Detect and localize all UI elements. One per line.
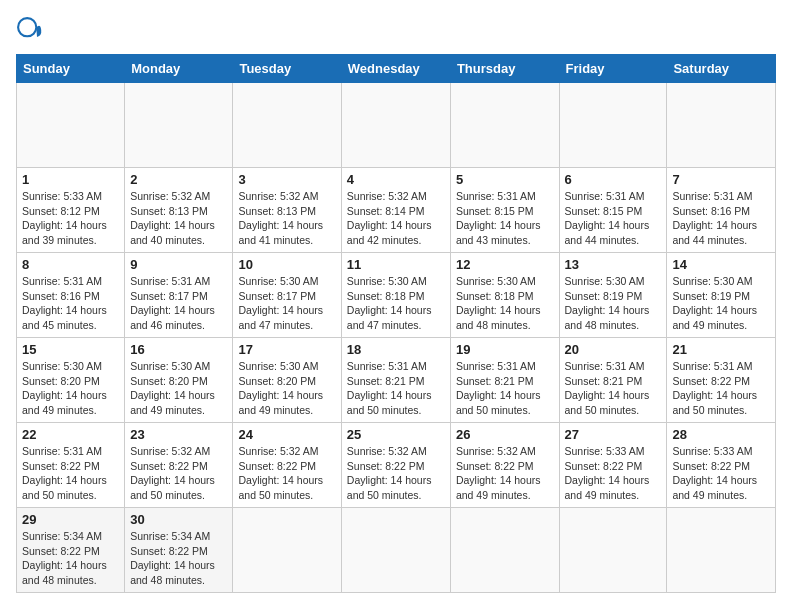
day-info: Sunrise: 5:31 AMSunset: 8:15 PMDaylight:… <box>565 189 662 248</box>
day-info: Sunrise: 5:31 AMSunset: 8:21 PMDaylight:… <box>347 359 445 418</box>
day-info: Sunrise: 5:30 AMSunset: 8:17 PMDaylight:… <box>238 274 335 333</box>
calendar-day-cell: 10Sunrise: 5:30 AMSunset: 8:17 PMDayligh… <box>233 253 341 338</box>
calendar-day-cell: 4Sunrise: 5:32 AMSunset: 8:14 PMDaylight… <box>341 168 450 253</box>
calendar-day-cell: 24Sunrise: 5:32 AMSunset: 8:22 PMDayligh… <box>233 423 341 508</box>
calendar-day-cell: 6Sunrise: 5:31 AMSunset: 8:15 PMDaylight… <box>559 168 667 253</box>
day-number: 4 <box>347 172 445 187</box>
calendar-header-friday: Friday <box>559 55 667 83</box>
day-info: Sunrise: 5:31 AMSunset: 8:22 PMDaylight:… <box>22 444 119 503</box>
day-info: Sunrise: 5:30 AMSunset: 8:20 PMDaylight:… <box>130 359 227 418</box>
day-info: Sunrise: 5:33 AMSunset: 8:12 PMDaylight:… <box>22 189 119 248</box>
calendar-header-sunday: Sunday <box>17 55 125 83</box>
calendar-day-cell <box>667 508 776 593</box>
day-number: 22 <box>22 427 119 442</box>
logo-icon <box>16 16 44 44</box>
day-number: 19 <box>456 342 554 357</box>
calendar-day-cell <box>450 508 559 593</box>
day-info: Sunrise: 5:33 AMSunset: 8:22 PMDaylight:… <box>565 444 662 503</box>
day-number: 11 <box>347 257 445 272</box>
calendar-day-cell: 30Sunrise: 5:34 AMSunset: 8:22 PMDayligh… <box>125 508 233 593</box>
day-info: Sunrise: 5:31 AMSunset: 8:16 PMDaylight:… <box>672 189 770 248</box>
day-number: 25 <box>347 427 445 442</box>
calendar-day-cell: 13Sunrise: 5:30 AMSunset: 8:19 PMDayligh… <box>559 253 667 338</box>
day-info: Sunrise: 5:31 AMSunset: 8:16 PMDaylight:… <box>22 274 119 333</box>
calendar-week-row: 1Sunrise: 5:33 AMSunset: 8:12 PMDaylight… <box>17 168 776 253</box>
calendar-day-cell: 20Sunrise: 5:31 AMSunset: 8:21 PMDayligh… <box>559 338 667 423</box>
day-number: 18 <box>347 342 445 357</box>
day-info: Sunrise: 5:30 AMSunset: 8:20 PMDaylight:… <box>22 359 119 418</box>
calendar-week-row: 22Sunrise: 5:31 AMSunset: 8:22 PMDayligh… <box>17 423 776 508</box>
calendar-day-cell <box>341 83 450 168</box>
day-number: 7 <box>672 172 770 187</box>
calendar-header-saturday: Saturday <box>667 55 776 83</box>
calendar-day-cell: 18Sunrise: 5:31 AMSunset: 8:21 PMDayligh… <box>341 338 450 423</box>
day-number: 6 <box>565 172 662 187</box>
calendar-day-cell: 7Sunrise: 5:31 AMSunset: 8:16 PMDaylight… <box>667 168 776 253</box>
calendar-day-cell: 1Sunrise: 5:33 AMSunset: 8:12 PMDaylight… <box>17 168 125 253</box>
day-info: Sunrise: 5:31 AMSunset: 8:17 PMDaylight:… <box>130 274 227 333</box>
calendar-week-row: 29Sunrise: 5:34 AMSunset: 8:22 PMDayligh… <box>17 508 776 593</box>
day-info: Sunrise: 5:32 AMSunset: 8:22 PMDaylight:… <box>238 444 335 503</box>
day-number: 28 <box>672 427 770 442</box>
calendar-day-cell: 19Sunrise: 5:31 AMSunset: 8:21 PMDayligh… <box>450 338 559 423</box>
calendar-day-cell: 23Sunrise: 5:32 AMSunset: 8:22 PMDayligh… <box>125 423 233 508</box>
day-info: Sunrise: 5:31 AMSunset: 8:22 PMDaylight:… <box>672 359 770 418</box>
day-number: 24 <box>238 427 335 442</box>
calendar-day-cell: 12Sunrise: 5:30 AMSunset: 8:18 PMDayligh… <box>450 253 559 338</box>
calendar-day-cell: 2Sunrise: 5:32 AMSunset: 8:13 PMDaylight… <box>125 168 233 253</box>
calendar-header-row: SundayMondayTuesdayWednesdayThursdayFrid… <box>17 55 776 83</box>
day-info: Sunrise: 5:33 AMSunset: 8:22 PMDaylight:… <box>672 444 770 503</box>
day-info: Sunrise: 5:31 AMSunset: 8:15 PMDaylight:… <box>456 189 554 248</box>
day-number: 5 <box>456 172 554 187</box>
day-info: Sunrise: 5:34 AMSunset: 8:22 PMDaylight:… <box>22 529 119 588</box>
logo <box>16 16 48 44</box>
calendar-day-cell: 8Sunrise: 5:31 AMSunset: 8:16 PMDaylight… <box>17 253 125 338</box>
day-info: Sunrise: 5:32 AMSunset: 8:22 PMDaylight:… <box>347 444 445 503</box>
day-number: 8 <box>22 257 119 272</box>
day-info: Sunrise: 5:32 AMSunset: 8:22 PMDaylight:… <box>130 444 227 503</box>
day-number: 3 <box>238 172 335 187</box>
day-info: Sunrise: 5:31 AMSunset: 8:21 PMDaylight:… <box>565 359 662 418</box>
calendar-day-cell <box>233 83 341 168</box>
day-info: Sunrise: 5:30 AMSunset: 8:19 PMDaylight:… <box>565 274 662 333</box>
day-info: Sunrise: 5:30 AMSunset: 8:19 PMDaylight:… <box>672 274 770 333</box>
day-number: 15 <box>22 342 119 357</box>
calendar-header-tuesday: Tuesday <box>233 55 341 83</box>
day-number: 17 <box>238 342 335 357</box>
day-number: 23 <box>130 427 227 442</box>
day-number: 20 <box>565 342 662 357</box>
day-number: 12 <box>456 257 554 272</box>
calendar-table: SundayMondayTuesdayWednesdayThursdayFrid… <box>16 54 776 593</box>
calendar-day-cell: 3Sunrise: 5:32 AMSunset: 8:13 PMDaylight… <box>233 168 341 253</box>
calendar-day-cell: 22Sunrise: 5:31 AMSunset: 8:22 PMDayligh… <box>17 423 125 508</box>
calendar-day-cell: 29Sunrise: 5:34 AMSunset: 8:22 PMDayligh… <box>17 508 125 593</box>
day-info: Sunrise: 5:32 AMSunset: 8:22 PMDaylight:… <box>456 444 554 503</box>
day-number: 2 <box>130 172 227 187</box>
calendar-day-cell: 17Sunrise: 5:30 AMSunset: 8:20 PMDayligh… <box>233 338 341 423</box>
calendar-week-row <box>17 83 776 168</box>
calendar-day-cell: 15Sunrise: 5:30 AMSunset: 8:20 PMDayligh… <box>17 338 125 423</box>
calendar-header-wednesday: Wednesday <box>341 55 450 83</box>
page-header <box>16 16 776 44</box>
day-number: 13 <box>565 257 662 272</box>
day-number: 27 <box>565 427 662 442</box>
day-info: Sunrise: 5:31 AMSunset: 8:21 PMDaylight:… <box>456 359 554 418</box>
calendar-day-cell <box>667 83 776 168</box>
calendar-week-row: 8Sunrise: 5:31 AMSunset: 8:16 PMDaylight… <box>17 253 776 338</box>
calendar-day-cell <box>450 83 559 168</box>
day-info: Sunrise: 5:34 AMSunset: 8:22 PMDaylight:… <box>130 529 227 588</box>
calendar-day-cell <box>341 508 450 593</box>
calendar-day-cell: 16Sunrise: 5:30 AMSunset: 8:20 PMDayligh… <box>125 338 233 423</box>
svg-point-0 <box>18 18 36 36</box>
calendar-header-monday: Monday <box>125 55 233 83</box>
day-info: Sunrise: 5:30 AMSunset: 8:18 PMDaylight:… <box>347 274 445 333</box>
day-number: 29 <box>22 512 119 527</box>
day-number: 21 <box>672 342 770 357</box>
calendar-header-thursday: Thursday <box>450 55 559 83</box>
day-info: Sunrise: 5:32 AMSunset: 8:13 PMDaylight:… <box>130 189 227 248</box>
calendar-day-cell: 21Sunrise: 5:31 AMSunset: 8:22 PMDayligh… <box>667 338 776 423</box>
calendar-week-row: 15Sunrise: 5:30 AMSunset: 8:20 PMDayligh… <box>17 338 776 423</box>
calendar-day-cell: 11Sunrise: 5:30 AMSunset: 8:18 PMDayligh… <box>341 253 450 338</box>
day-number: 26 <box>456 427 554 442</box>
calendar-day-cell <box>17 83 125 168</box>
